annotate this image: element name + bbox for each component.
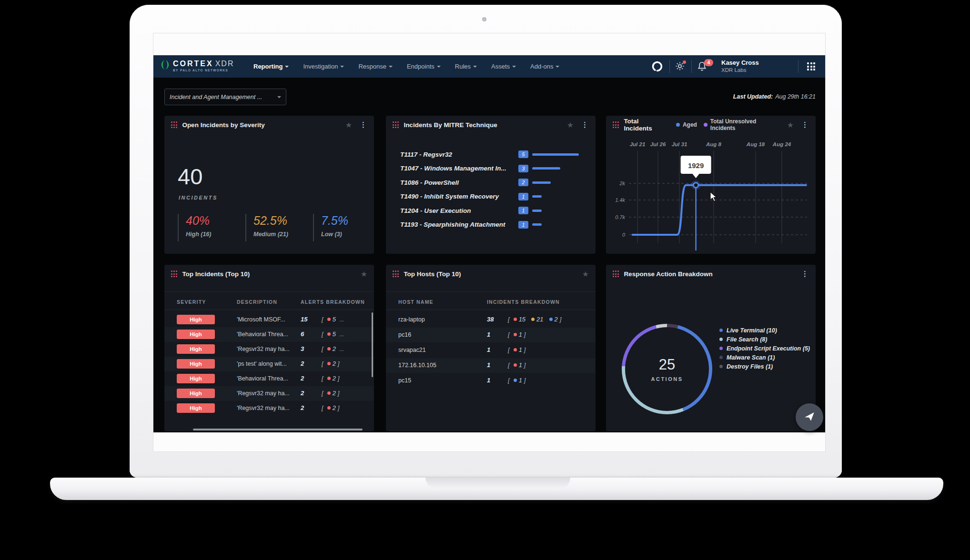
incident-count: 1 (487, 377, 490, 384)
drag-handle-icon[interactable] (613, 270, 619, 277)
mitre-row[interactable]: T1490 - Inhibit System Recovery 1 (386, 191, 596, 202)
top-incident-row[interactable]: High 'Microsoft MSOF... 15 [5... (164, 312, 374, 327)
feedback-send-button[interactable] (796, 403, 823, 431)
nav-menu-item-endpoints[interactable]: Endpoints (407, 63, 441, 70)
top-host-row[interactable]: pc15 1 [1] (386, 373, 596, 388)
nav-divider (669, 60, 670, 73)
kebab-menu-icon[interactable]: ⋮ (801, 270, 809, 278)
top-navbar: CORTEXXDR BY PALO ALTO NETWORKS Reportin… (153, 55, 825, 78)
laptop-frame: CORTEXXDR BY PALO ALTO NETWORKS Reportin… (130, 5, 842, 478)
severity-badge: High (177, 344, 215, 354)
nav-menu-item-assets[interactable]: Assets (491, 63, 516, 70)
alerts-breakdown: [2] (322, 360, 339, 367)
top-host-row[interactable]: rza-laptop 38 [15212] (386, 312, 596, 327)
severity-label: High (16) (186, 231, 211, 238)
laptop-base (50, 478, 943, 500)
svg-text:Aug 8: Aug 8 (706, 141, 722, 147)
mitre-bar (532, 167, 560, 170)
drag-handle-icon[interactable] (613, 121, 619, 128)
severity-stat-high: 40% High (16) (178, 214, 211, 241)
mitre-technique-label: T1086 - PowerShell (400, 179, 459, 186)
kebab-menu-icon[interactable]: ⋮ (581, 120, 589, 129)
dashboard-selector-dropdown[interactable]: Incident and Agent Management ... (164, 89, 286, 105)
user-name: Kasey Cross (721, 59, 759, 67)
mitre-row[interactable]: T1047 - Windows Management In... 3 (386, 163, 596, 174)
nav-menu-item-reporting[interactable]: Reporting (253, 63, 289, 70)
nav-menu-item-rules[interactable]: Rules (455, 63, 477, 70)
card-title: Top Hosts (Top 10) (404, 270, 461, 278)
nav-menu-label: Reporting (253, 63, 283, 70)
drag-handle-icon[interactable] (393, 121, 399, 128)
top-incident-row[interactable]: High 'Behavioral Threa... 6 [5... (164, 327, 374, 342)
svg-text:0.7k: 0.7k (615, 214, 625, 220)
host-name: 172.16.10.105 (398, 362, 436, 369)
nav-menu-label: Assets (491, 63, 510, 70)
card-title: Total Incidents (624, 118, 668, 132)
star-icon[interactable]: ★ (345, 120, 352, 130)
star-icon[interactable]: ★ (787, 120, 794, 130)
divider (386, 310, 596, 310)
query-hub-icon[interactable] (652, 61, 663, 74)
legend-label: Destroy Files (1) (727, 363, 773, 370)
response-actions-donut-chart[interactable]: 25 ACTIONS (622, 324, 712, 414)
mitre-row[interactable]: T1204 - User Execution 1 (386, 205, 596, 216)
nav-menu-item-response[interactable]: Response (358, 63, 393, 70)
donut-legend-item-malware-scan: Malware Scan (1) (719, 353, 810, 362)
alert-count: 2 (301, 360, 304, 367)
bell-icon[interactable]: 4 (697, 61, 707, 74)
user-account[interactable]: Kasey Cross XDR Labs (721, 59, 759, 74)
drag-handle-icon[interactable] (393, 270, 399, 277)
horizontal-scrollbar[interactable] (193, 429, 363, 430)
svg-text:0: 0 (622, 232, 626, 238)
chevron-down-icon (277, 96, 281, 98)
top-incident-row[interactable]: High 'Regsvr32 may ha... 2 [2] (164, 386, 374, 401)
top-host-row[interactable]: srvapac21 1 [1] (386, 343, 596, 358)
svg-text:1.4k: 1.4k (615, 197, 625, 203)
legend-label: Endpoint Script Execution (5) (727, 345, 810, 352)
incident-description: 'ps test' along wit... (237, 360, 287, 367)
card-title: Top Incidents (Top 10) (182, 270, 250, 278)
mitre-row[interactable]: T1117 - Regsvr32 5 (386, 149, 596, 160)
mitre-count-badge: 3 (518, 165, 528, 172)
nav-menu-label: Rules (455, 63, 471, 70)
star-icon[interactable]: ★ (582, 270, 589, 279)
kebab-menu-icon[interactable]: ⋮ (360, 120, 367, 129)
gear-icon[interactable] (675, 61, 685, 73)
mitre-bar (532, 210, 542, 212)
mitre-row[interactable]: T1193 - Spearphishing Attachment 1 (386, 219, 596, 230)
cortex-lens-icon (161, 59, 169, 73)
svg-text:Aug 18: Aug 18 (746, 141, 765, 147)
top-incident-row[interactable]: High 'Behavioral Threa... 2 [2] (164, 371, 374, 386)
chevron-down-icon (473, 66, 477, 68)
nav-menu-item-add-ons[interactable]: Add-ons (530, 63, 559, 70)
top-host-row[interactable]: pc16 1 [1] (386, 328, 596, 342)
drag-handle-icon[interactable] (171, 121, 177, 128)
column-header-host-name: HOST NAME (398, 299, 434, 305)
alert-count: 2 (301, 390, 304, 397)
last-updated-value: Aug 29th 16:21 (775, 93, 816, 100)
nav-menu-label: Response (358, 63, 386, 70)
severity-badge: High (177, 359, 215, 369)
mitre-row[interactable]: T1086 - PowerShell 2 (386, 177, 596, 188)
top-incident-row[interactable]: High 'Regsvr32 may ha... 2 [2] (164, 401, 374, 416)
mitre-technique-label: T1490 - Inhibit System Recovery (400, 193, 499, 200)
star-icon[interactable]: ★ (567, 120, 574, 130)
card-incidents-by-mitre-technique: Incidents By MITRE Technique ★ ⋮ T1117 -… (386, 116, 596, 254)
brand-tagline: BY PALO ALTO NETWORKS (173, 69, 234, 72)
legend-dot (719, 365, 723, 368)
incident-description: 'Behavioral Threa... (237, 331, 288, 338)
drag-handle-icon[interactable] (171, 270, 177, 277)
mitre-count-badge: 1 (518, 193, 528, 200)
cortex-xdr-logo[interactable]: CORTEXXDR BY PALO ALTO NETWORKS (161, 59, 234, 73)
apps-grid-icon[interactable] (807, 62, 815, 70)
column-header-severity: SEVERITY (177, 299, 206, 305)
top-host-row[interactable]: 172.16.10.105 1 [1] (386, 358, 596, 373)
kebab-menu-icon[interactable]: ⋮ (801, 120, 809, 129)
nav-menu-item-investigation[interactable]: Investigation (303, 63, 344, 70)
top-incident-row[interactable]: High 'Regsvr32 may ha... 3 [2... (164, 342, 374, 357)
vertical-scrollbar[interactable] (372, 312, 373, 377)
legend-item-aged: Aged (676, 118, 697, 131)
last-updated-label: Last Updated: (733, 93, 773, 100)
star-icon[interactable]: ★ (361, 270, 367, 279)
top-incident-row[interactable]: High 'ps test' along wit... 2 [2] (164, 357, 374, 371)
